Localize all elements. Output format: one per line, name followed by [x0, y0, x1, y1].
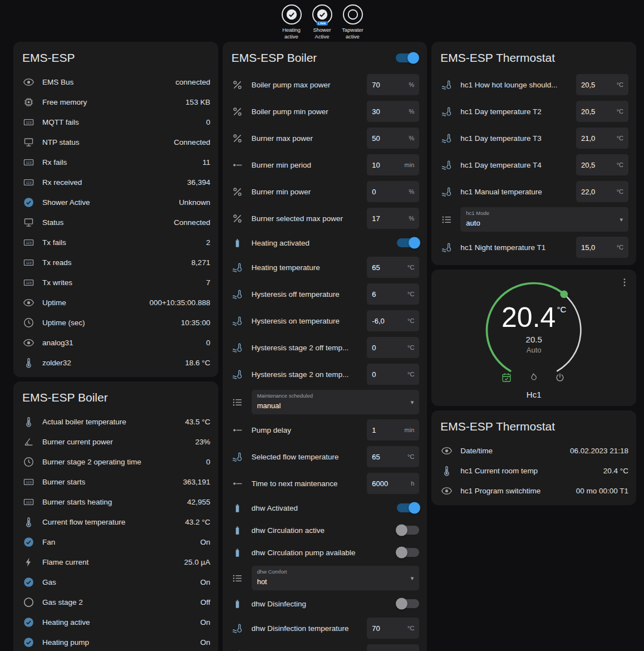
entity-value: On [200, 618, 210, 626]
toggle-switch[interactable] [397, 238, 419, 247]
number-row: hc1 Manual temperature22,0°C [431, 178, 636, 205]
badge-heating[interactable]: Heatingactive [278, 4, 306, 41]
toggle-switch[interactable] [397, 548, 419, 557]
number-input[interactable]: 20,5°C [576, 154, 628, 175]
entity-row[interactable]: 123Tx reads8,271 [13, 252, 218, 272]
entity-row[interactable]: NTP statusConnected [13, 132, 218, 152]
number-input[interactable]: 40°C [367, 644, 419, 651]
entity-row[interactable]: Flame current25.0 µA [13, 552, 218, 572]
select-value: auto [466, 219, 480, 227]
card-header: EMS-ESP Boiler [223, 43, 427, 71]
number-input[interactable]: 20,5°C [576, 101, 628, 122]
check-circle-icon [22, 576, 35, 588]
select-input[interactable]: hc1 Modeauto▾ [460, 207, 628, 232]
entity-value: Unknown [179, 198, 210, 207]
entity-row[interactable]: Shower ActiveUnknown [13, 192, 218, 212]
number-input[interactable]: 20,5°C [576, 74, 628, 95]
number-input[interactable]: 65°C [367, 446, 419, 467]
more-options-button[interactable] [617, 275, 632, 290]
list-icon [232, 572, 244, 584]
entity-label: Actual boiler temperature [42, 418, 177, 426]
entity-label: Heating active [42, 618, 193, 626]
entity-row[interactable]: 123Rx received36,394 [13, 172, 218, 192]
entity-label: Hysteresis off temperature [252, 290, 360, 298]
select-input[interactable]: dhw Comforthot▾ [252, 566, 420, 590]
entity-label: hc1 Manual temperature [460, 188, 568, 196]
badge-shower[interactable]: LINKShowerActive [308, 4, 336, 41]
toggle-row: dhw Disinfecting [223, 593, 427, 615]
number-unit: °C [407, 291, 414, 297]
entity-row[interactable]: StatusConnected [13, 212, 218, 232]
badge-label: ShowerActive [313, 27, 331, 41]
entity-row[interactable]: Actual boiler temperature43.5 °C [13, 412, 218, 432]
entity-row[interactable]: 123MQTT fails0 [13, 112, 218, 132]
number-row: Pump delay1min [223, 417, 427, 443]
entity-row[interactable]: 123Tx writes7 [13, 272, 218, 292]
entity-row[interactable]: Burner stage 2 operating time0 [13, 452, 218, 472]
entity-row[interactable]: GasOn [13, 572, 218, 592]
number-unit: °C [407, 625, 414, 632]
number-input[interactable]: -6,0°C [367, 310, 419, 331]
entity-row[interactable]: Burner current power23% [13, 432, 218, 452]
thermo-water-icon [440, 159, 453, 171]
entity-row[interactable]: Uptime000+10:35:00.888 [13, 292, 218, 312]
number-input[interactable]: 50% [367, 128, 419, 149]
entity-row[interactable]: 123Tx fails2 [13, 232, 218, 252]
number-input[interactable]: 30% [367, 101, 419, 122]
entity-row[interactable]: Uptime (sec)10:35:00 [13, 312, 218, 332]
entity-row[interactable]: EMS Busconnected [13, 72, 218, 92]
entity-label: Uptime [42, 298, 141, 307]
number-input[interactable]: 0% [367, 181, 419, 202]
entity-row[interactable]: analog310 [13, 332, 218, 353]
entity-row[interactable]: Gas stage 2Off [13, 592, 218, 612]
number-input[interactable]: 17% [367, 208, 419, 229]
toggle-knob [409, 237, 420, 249]
entity-row[interactable]: Heating activeOn [13, 612, 218, 632]
svg-text:123: 123 [26, 180, 32, 184]
number-input[interactable]: 65°C [367, 257, 419, 278]
temperature-dial[interactable]: 20.4°C 20.5 Auto [481, 277, 587, 383]
dial-readout: 20.4°C 20.5 Auto [481, 277, 587, 383]
battery-icon [232, 546, 244, 559]
entity-row[interactable]: zolder3218.6 °C [13, 353, 218, 373]
entity-row[interactable]: hc1 Current room temp20.4 °C [431, 461, 636, 481]
entity-label: hc1 Day temperature T4 [460, 161, 568, 169]
entity-row[interactable]: 123Rx fails11 [13, 152, 218, 172]
entity-value: 36,394 [187, 178, 210, 187]
entity-label: Burner min period [252, 161, 360, 169]
number-input[interactable]: 21,0°C [576, 128, 628, 149]
number-input[interactable]: 70°C [367, 618, 419, 639]
number-value: 70 [372, 624, 380, 633]
entity-row[interactable]: 123Burner starts363,191 [13, 472, 218, 492]
toggle-switch[interactable] [397, 503, 419, 512]
number-unit: °C [617, 81, 623, 88]
number-input[interactable]: 6000h [367, 473, 419, 494]
entity-row[interactable]: Free memory153 KB [13, 92, 218, 112]
toggle-switch[interactable] [397, 599, 419, 608]
select-input[interactable]: Maintenance scheduledmanual▾ [252, 390, 420, 414]
number-input[interactable]: 0°C [367, 337, 419, 358]
badge-label-line2: active [342, 33, 363, 40]
badge-tapwater[interactable]: Tapwateractive [339, 4, 367, 41]
toggle-switch[interactable] [396, 53, 418, 62]
number-input[interactable]: 15,0°C [576, 237, 628, 258]
entity-row[interactable]: FanOn [13, 532, 218, 552]
entity-row[interactable]: Heating pumpOn [13, 632, 218, 651]
counter-icon: 123 [22, 116, 35, 128]
entity-row[interactable]: hc1 Program switchtime00 mo 00:00 T1 [431, 481, 636, 501]
badge-check-icon [282, 4, 302, 25]
number-unit: % [409, 188, 415, 195]
number-input[interactable]: 0°C [367, 364, 419, 385]
number-value: 0 [372, 188, 376, 196]
number-input[interactable]: 1min [367, 419, 419, 440]
number-input[interactable]: 22,0°C [576, 181, 628, 202]
number-input[interactable]: 10min [367, 154, 419, 175]
entity-row[interactable]: Date/time06.02.2023 21:18 [431, 440, 636, 461]
counter-icon: 123 [22, 496, 35, 508]
entity-row[interactable]: 123Burner starts heating42,955 [13, 492, 218, 512]
entity-row[interactable]: Current flow temperature43.2 °C [13, 512, 218, 532]
toggle-switch[interactable] [397, 526, 419, 535]
number-input[interactable]: 6°C [367, 283, 419, 305]
number-input[interactable]: 70% [367, 74, 419, 95]
entity-label: Heating temperature [252, 263, 360, 272]
